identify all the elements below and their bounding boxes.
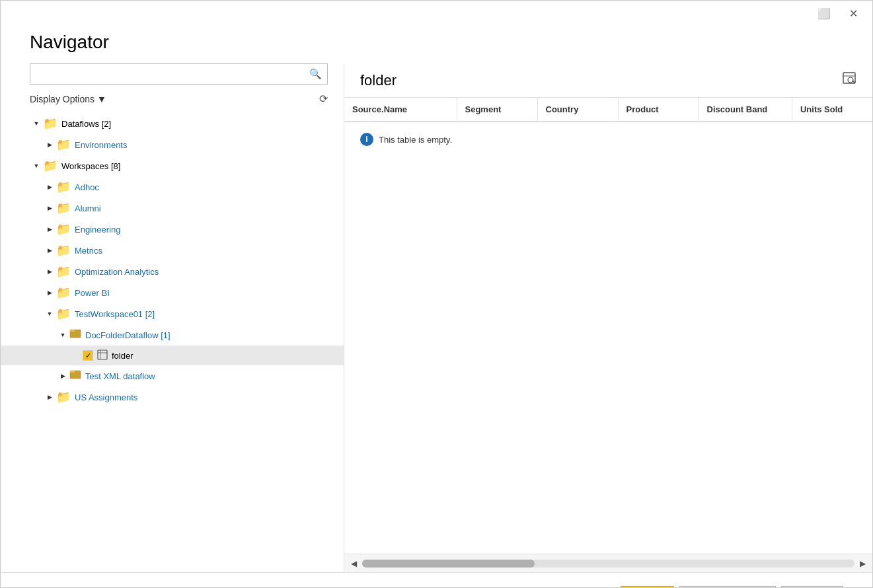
table-body: i This table is empty. <box>344 122 872 554</box>
folder-icon-alumni: 📁 <box>56 201 71 215</box>
refresh-button[interactable]: ⟳ <box>319 92 328 105</box>
tree-item-adhoc[interactable]: ▶ 📁 Adhoc <box>1 176 344 198</box>
footer: Load Transform Data Cancel <box>1 572 872 588</box>
tree-item-alumni[interactable]: ▶ 📁 Alumni <box>1 198 344 219</box>
toggle-optimization[interactable]: ▶ <box>43 265 56 278</box>
preview-icon-button[interactable] <box>842 71 856 89</box>
tree-label-dataflows: Dataflows [2] <box>61 119 111 129</box>
tree-label-testworkspace: TestWorkspace01 [2] <box>75 309 155 319</box>
close-button[interactable]: ✕ <box>845 6 862 21</box>
search-input[interactable] <box>30 67 304 82</box>
main-layout: 🔍 Display Options ▼ ⟳ ▼ 📁 Dataflows [2] … <box>1 63 872 572</box>
info-icon: i <box>360 133 373 146</box>
tree-item-testxml[interactable]: ▶ Test XML dataflow <box>1 365 344 386</box>
folder-icon-workspaces: 📁 <box>43 159 57 173</box>
scrollbar-thumb[interactable] <box>362 560 535 568</box>
toggle-testworkspace[interactable]: ▼ <box>43 307 56 320</box>
folder-icon-testworkspace: 📁 <box>56 307 71 321</box>
tree-label-workspaces: Workspaces [8] <box>61 161 120 171</box>
folder-icon: 📁 <box>43 116 57 131</box>
col-header-country: Country <box>538 98 619 121</box>
tree-item-folder[interactable]: ▶ ✓ folder <box>1 346 344 365</box>
tree-label-environments: Environments <box>75 140 127 150</box>
tree-label-engineering: Engineering <box>75 225 120 235</box>
folder-icon-engineering: 📁 <box>56 222 71 237</box>
display-options-row: Display Options ▼ ⟳ <box>1 92 344 113</box>
col-header-segment: Segment <box>457 98 538 121</box>
search-button[interactable]: 🔍 <box>304 64 327 84</box>
toggle-dataflows[interactable]: ▼ <box>30 117 43 130</box>
tree-label-usassignments: US Assignments <box>75 392 137 402</box>
tree-item-metrics[interactable]: ▶ 📁 Metrics <box>1 240 344 261</box>
folder-icon-adhoc: 📁 <box>56 180 71 194</box>
tree-item-usassignments[interactable]: ▶ 📁 US Assignments <box>1 386 344 408</box>
title-bar: ⬜ ✕ <box>1 1 872 26</box>
dataflow-icon-docfolder <box>69 328 81 342</box>
tree-label-alumni: Alumni <box>75 203 101 213</box>
col-header-source-name: Source.Name <box>344 98 457 121</box>
toggle-alumni[interactable]: ▶ <box>43 202 56 215</box>
search-bar-container: 🔍 <box>30 63 328 85</box>
toggle-adhoc[interactable]: ▶ <box>43 180 56 194</box>
tree-label-adhoc: Adhoc <box>75 182 99 192</box>
display-options-label: Display Options <box>30 94 95 104</box>
toggle-workspaces[interactable]: ▼ <box>30 159 43 172</box>
horizontal-scrollbar: ◀ ▶ <box>344 554 872 572</box>
table-header: Source.Name Segment Country Product Disc… <box>344 98 872 122</box>
tree-item-dataflows[interactable]: ▼ 📁 Dataflows [2] <box>1 113 344 134</box>
toggle-testxml[interactable]: ▶ <box>56 369 69 383</box>
col-header-product: Product <box>619 98 699 121</box>
left-panel: 🔍 Display Options ▼ ⟳ ▼ 📁 Dataflows [2] … <box>1 63 344 572</box>
tree-label-powerbi: Power BI <box>75 288 110 298</box>
folder-icon-optimization: 📁 <box>56 264 71 279</box>
folder-icon-metrics: 📁 <box>56 243 71 258</box>
preview-title: folder <box>360 72 397 89</box>
tree-item-powerbi[interactable]: ▶ 📁 Power BI <box>1 282 344 303</box>
empty-message-text: This table is empty. <box>379 135 452 145</box>
dataflow-icon-testxml <box>69 369 81 383</box>
col-header-units-sold: Units Sold <box>792 98 872 121</box>
minimize-button[interactable]: ⬜ <box>814 6 835 21</box>
scrollbar-track[interactable] <box>362 560 854 568</box>
svg-rect-6 <box>70 371 75 373</box>
svg-point-10 <box>848 77 853 83</box>
tree-item-testworkspace[interactable]: ▼ 📁 TestWorkspace01 [2] <box>1 303 344 324</box>
display-options-button[interactable]: Display Options ▼ <box>30 94 106 104</box>
preview-header: folder <box>344 63 872 98</box>
folder-icon-usassignments: 📁 <box>56 390 71 404</box>
empty-message: i This table is empty. <box>360 133 452 146</box>
col-header-discount-band: Discount Band <box>699 98 792 121</box>
svg-rect-2 <box>98 350 107 359</box>
toggle-powerbi[interactable]: ▶ <box>43 286 56 299</box>
tree-item-engineering[interactable]: ▶ 📁 Engineering <box>1 219 344 240</box>
tree-label-optimization: Optimization Analytics <box>75 267 159 277</box>
scroll-left-button[interactable]: ◀ <box>347 558 361 570</box>
toggle-engineering[interactable]: ▶ <box>43 223 56 236</box>
tree-item-docfolder[interactable]: ▼ DocFolderDataflow [1] <box>1 324 344 346</box>
toggle-environments[interactable]: ▶ <box>43 138 56 151</box>
folder-icon-environments: 📁 <box>56 137 71 152</box>
tree-label-testxml: Test XML dataflow <box>85 371 155 381</box>
scroll-right-button[interactable]: ▶ <box>856 558 870 570</box>
tree-item-environments[interactable]: ▶ 📁 Environments <box>1 134 344 155</box>
table-icon-folder <box>97 349 108 362</box>
tree-label-docfolder: DocFolderDataflow [1] <box>85 330 171 340</box>
folder-icon-powerbi: 📁 <box>56 285 71 300</box>
tree-item-optimization[interactable]: ▶ 📁 Optimization Analytics <box>1 261 344 282</box>
checkbox-folder[interactable]: ✓ <box>83 350 93 361</box>
right-panel: folder Source.Name Segment Country Produ… <box>344 63 872 572</box>
page-title: Navigator <box>1 26 872 63</box>
chevron-down-icon: ▼ <box>97 94 106 104</box>
toggle-metrics[interactable]: ▶ <box>43 244 56 257</box>
toggle-docfolder[interactable]: ▼ <box>56 328 69 342</box>
tree-item-workspaces[interactable]: ▼ 📁 Workspaces [8] <box>1 155 344 176</box>
toggle-usassignments[interactable]: ▶ <box>43 390 56 404</box>
svg-rect-1 <box>70 330 75 332</box>
tree-label-folder: folder <box>112 351 133 361</box>
tree-label-metrics: Metrics <box>75 246 102 256</box>
tree-area: ▼ 📁 Dataflows [2] ▶ 📁 Environments ▼ 📁 W… <box>1 113 344 572</box>
